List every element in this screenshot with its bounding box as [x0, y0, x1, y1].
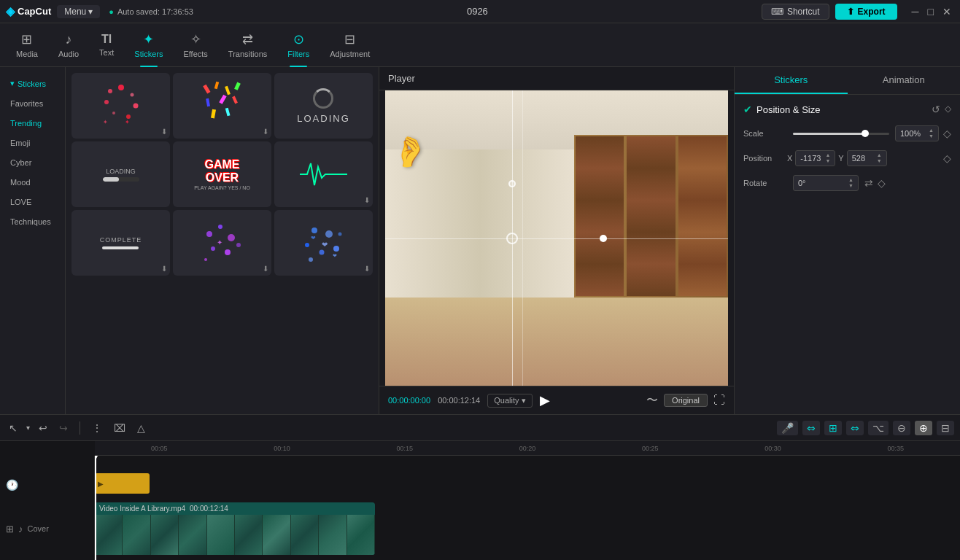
y-stepper[interactable]: ▲ ▼	[877, 152, 882, 164]
transitions-label: Transitions	[228, 50, 267, 58]
timestamp-display: 0926	[193, 6, 762, 17]
diamond-icon[interactable]: ◇	[945, 104, 951, 115]
sticker-complete[interactable]: COMPLETE ⬇	[71, 210, 170, 276]
rotate-flip-icon[interactable]: ⇄	[864, 177, 873, 189]
microphone-icon[interactable]: 🎤	[777, 421, 798, 435]
original-button[interactable]: Original	[664, 394, 708, 407]
sticker-game-over[interactable]: GAME OVER PLAY AGAIN? YES / NO	[173, 141, 271, 207]
toolbar-item-effects[interactable]: ✧ Effects	[173, 27, 217, 63]
scale-stepper[interactable]: ▲ ▼	[929, 128, 934, 139]
toolbar-item-media[interactable]: ⊞ Media	[6, 27, 48, 63]
rotate-input[interactable]: 0° ▲ ▼	[793, 175, 859, 191]
player-area: Player	[379, 67, 734, 414]
sidebar-item-techniques[interactable]: Techniques	[3, 212, 62, 231]
sticker-hearts[interactable]: ✦ ✦ ⬇	[71, 73, 170, 139]
transform-button[interactable]: △	[134, 421, 148, 435]
sticker-row-3: COMPLETE ⬇ ✦	[71, 210, 373, 276]
section-title: Position & Size	[756, 104, 820, 115]
fullfit-icon[interactable]: ⊟	[937, 421, 954, 435]
transform-right-handle[interactable]	[600, 235, 607, 242]
thumb-7	[263, 515, 290, 555]
shortcut-button[interactable]: ⌨ Shortcut	[762, 4, 829, 20]
menu-button[interactable]: Menu ▾	[57, 5, 100, 18]
sticker-sparkles-purple[interactable]: ✦ ⬇	[173, 210, 271, 276]
minimize-button[interactable]: ─	[909, 6, 922, 18]
svg-point-4	[133, 104, 138, 109]
rotate-label: Rotate	[743, 179, 787, 187]
rotate-stepper[interactable]: ▲ ▼	[848, 177, 853, 189]
x-input[interactable]: -1173 ▲ ▼	[795, 150, 835, 166]
video-clip-header: Video Inside A Library.mp4 00:00:12:14	[95, 502, 375, 515]
filters-icon: ⊙	[293, 31, 304, 47]
rotate-reset-icon[interactable]: ◇	[878, 177, 886, 189]
sidebar-item-trending[interactable]: Trending	[3, 114, 62, 133]
svg-point-23	[236, 243, 241, 247]
sticker-loading[interactable]: LOADING	[274, 73, 373, 139]
logo-icon: ◈	[6, 4, 15, 18]
sticker-sparkles-blue[interactable]: ❤ ❤ ❤ ⬇	[274, 210, 373, 276]
select-tool-button[interactable]: ↖	[6, 421, 20, 435]
toolbar-item-adjustment[interactable]: ⊟ Adjustment	[320, 27, 380, 63]
quality-button[interactable]: Quality ▾	[487, 394, 532, 408]
fullscreen-button[interactable]: ⛶	[713, 394, 725, 407]
toolbar-item-transitions[interactable]: ⇄ Transitions	[218, 27, 277, 63]
video-clip[interactable]: Video Inside A Library.mp4 00:00:12:14	[95, 502, 375, 555]
svg-point-29	[320, 249, 325, 254]
sidebar-item-favorites[interactable]: Favorites	[3, 94, 62, 113]
playhead[interactable]	[95, 456, 96, 560]
split2-icon[interactable]: ⌥	[868, 421, 889, 435]
maximize-button[interactable]: □	[925, 6, 937, 18]
scale-slider[interactable]	[793, 133, 889, 135]
crop-button[interactable]: ⌧	[111, 421, 128, 435]
sidebar-item-mood[interactable]: Mood	[3, 173, 62, 192]
split-button[interactable]: ⋮	[89, 421, 105, 435]
loading-text: LOADING	[297, 88, 350, 124]
zoom-in-icon[interactable]: ⊕	[915, 421, 932, 435]
right-panel: Stickers Animation ✔ Position & Size ↺ ◇…	[734, 67, 960, 414]
redo-button[interactable]: ↪	[56, 421, 71, 435]
sticker-confetti[interactable]: ⬇	[173, 73, 271, 139]
toolbar-item-stickers[interactable]: ✦ Stickers	[124, 27, 173, 63]
toolbar-item-audio[interactable]: ♪ Audio	[48, 28, 89, 63]
download-icon: ⬇	[364, 265, 370, 273]
undo-button[interactable]: ↩	[36, 421, 50, 435]
sidebar-item-stickers[interactable]: ▾ Stickers	[3, 74, 62, 93]
export-icon: ⬆	[847, 7, 854, 17]
y-input[interactable]: 528 ▲ ▼	[847, 150, 887, 166]
link-icon[interactable]: ⇔	[802, 421, 820, 435]
tab-animation[interactable]: Animation	[848, 67, 961, 94]
sticker-clip[interactable]: ▶	[95, 473, 150, 494]
video-clip-name: Video Inside A Library.mp4	[99, 505, 185, 513]
window-controls: ─ □ ✕	[909, 6, 954, 18]
sticker-row-2: LOADING GAME OVER PLAY AGAIN? YES / NO	[71, 141, 373, 207]
sidebar-item-cyber[interactable]: Cyber	[3, 153, 62, 172]
cover-label: Cover	[28, 524, 49, 533]
select-tool-chevron[interactable]: ▾	[26, 424, 30, 432]
clock-icon: 🕐	[6, 479, 18, 491]
toolbar-item-text[interactable]: TI Text	[89, 28, 124, 61]
play-button[interactable]: ▶	[540, 392, 550, 408]
grid-icon[interactable]: ⊞	[824, 421, 842, 435]
media-icon: ⊞	[21, 31, 32, 47]
transform-top-handle[interactable]	[508, 180, 516, 187]
svg-point-24	[204, 258, 207, 261]
sidebar-item-emoji[interactable]: Emoji	[3, 133, 62, 152]
svg-point-31	[338, 232, 342, 236]
export-button[interactable]: ⬆ Export	[835, 4, 897, 20]
timeline-toolbar: ↖ ▾ ↩ ↪ ⋮ ⌧ △ 🎤 ⇔ ⊞ ⇔ ⌥ ⊖ ⊕ ⊟	[0, 415, 960, 441]
x-stepper[interactable]: ▲ ▼	[825, 152, 830, 164]
download-icon: ⬇	[263, 128, 268, 136]
undo-icon[interactable]: ↺	[932, 104, 940, 115]
sticker-heartbeat[interactable]: ⬇	[274, 141, 373, 207]
scale-reset-icon[interactable]: ◇	[943, 128, 951, 139]
zoom-out-icon[interactable]: ⊖	[893, 421, 910, 435]
tab-stickers[interactable]: Stickers	[735, 67, 848, 94]
toolbar-item-filters[interactable]: ⊙ Filters	[277, 27, 320, 63]
close-button[interactable]: ✕	[940, 6, 954, 18]
sticker-loading-bar[interactable]: LOADING	[71, 141, 170, 207]
svg-point-3	[104, 100, 109, 104]
position-reset-icon[interactable]: ◇	[943, 152, 951, 164]
sidebar-item-love[interactable]: LOVE	[3, 192, 62, 211]
app-logo: ◈ CapCut	[6, 4, 51, 18]
fit-icon[interactable]: ⇔	[846, 421, 864, 435]
